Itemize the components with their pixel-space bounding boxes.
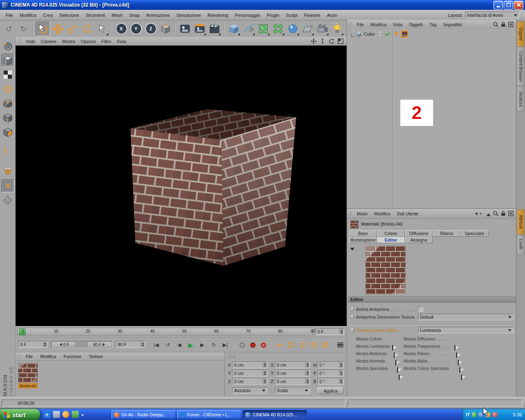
vp-menu-opzioni[interactable]: Opzioni xyxy=(78,39,99,44)
am-menu-modifica[interactable]: Modifica xyxy=(371,211,393,216)
add-array-button[interactable] xyxy=(271,22,285,36)
size-y-stepper[interactable] xyxy=(305,370,310,376)
frame-stepper[interactable] xyxy=(339,329,344,335)
panel-grip[interactable] xyxy=(349,211,352,216)
render-settings-button[interactable] xyxy=(207,22,221,36)
history-back-icon[interactable] xyxy=(473,212,477,215)
quicklaunch-overflow-chevron[interactable]: » xyxy=(81,412,84,417)
material-preview[interactable] xyxy=(365,246,406,295)
rot-p-field[interactable]: 0 ° xyxy=(317,370,344,377)
tab-diffusione[interactable]: Diffusione xyxy=(405,230,433,237)
zoom-view-icon[interactable] xyxy=(320,38,326,44)
menu-rendering[interactable]: Rendering xyxy=(204,13,232,18)
menu-animazione[interactable]: Animazione xyxy=(143,13,173,18)
keyframe-options-button[interactable] xyxy=(335,340,345,349)
vp-menu-camere[interactable]: Camere xyxy=(38,39,59,44)
quicklaunch-media-icon[interactable] xyxy=(62,411,69,418)
add-floor-button[interactable] xyxy=(300,22,315,36)
panel-grip[interactable] xyxy=(18,39,21,44)
om-menu-tag[interactable]: Tag xyxy=(426,22,440,27)
size-z-field[interactable]: 0 cm xyxy=(275,378,310,385)
menu-aiuto[interactable]: Aiuto xyxy=(324,13,340,18)
tray-icon-1[interactable] xyxy=(472,412,477,417)
keyboard-language-indicator[interactable]: IT xyxy=(466,412,470,417)
apply-button[interactable]: Applica xyxy=(317,387,344,394)
texture-size-dropdown[interactable]: Default xyxy=(418,314,514,320)
tab-livelli[interactable]: Livelli xyxy=(517,235,525,254)
material-name-label[interactable]: Bricks-04 xyxy=(18,383,38,388)
add-generator-button[interactable] xyxy=(256,22,270,36)
tab-editor[interactable]: Editor xyxy=(377,237,405,243)
vp-menu-viste[interactable]: Viste xyxy=(23,39,38,44)
pan-view-icon[interactable] xyxy=(310,38,317,44)
render-picture-viewer-button[interactable] xyxy=(192,22,207,36)
tab-assegna[interactable]: Assegna xyxy=(405,237,433,243)
tab-rilievo[interactable]: Rilievo xyxy=(433,230,461,237)
menu-crea[interactable]: Crea xyxy=(40,13,56,18)
layout-dropdown[interactable]: Interfaccia di Avvio xyxy=(465,11,519,18)
editor-visibility-dot[interactable] xyxy=(379,31,381,34)
add-environment-button[interactable] xyxy=(285,22,300,36)
om-menu-vista[interactable]: Vista xyxy=(390,22,406,27)
mostra-colore-speculare-toggle[interactable] xyxy=(461,374,462,380)
texture-tag-icon[interactable] xyxy=(401,30,408,38)
object-name-label[interactable]: Cubo xyxy=(364,32,374,37)
pos-y-field[interactable]: 0 cm xyxy=(232,370,267,377)
record-rotation-button[interactable] xyxy=(297,340,308,349)
size-z-stepper[interactable] xyxy=(305,378,310,384)
pos-x-stepper[interactable] xyxy=(262,362,267,368)
rot-b-field[interactable]: 0 ° xyxy=(317,378,344,385)
add-camera-button[interactable] xyxy=(315,22,329,36)
pos-y-stepper[interactable] xyxy=(262,370,267,376)
edges-mode-button[interactable] xyxy=(1,111,14,124)
tab-base[interactable]: Base xyxy=(349,230,377,237)
quicklaunch-app-icon[interactable] xyxy=(72,411,79,418)
om-menu-oggetti[interactable]: Oggetti xyxy=(406,22,426,27)
snap-magnet-button[interactable] xyxy=(1,165,14,178)
pos-x-field[interactable]: 0 cm xyxy=(232,361,267,368)
keyframe-selection-button[interactable] xyxy=(258,340,268,349)
add-panel-icon[interactable] xyxy=(508,211,514,216)
history-forward-icon[interactable] xyxy=(480,212,484,215)
workplane-mode-button[interactable] xyxy=(1,82,14,96)
menu-finestre[interactable]: Finestre xyxy=(301,13,324,18)
pos-z-stepper[interactable] xyxy=(262,378,267,384)
lock-x-axis-button[interactable]: X xyxy=(114,22,128,36)
range-end-handle[interactable]: 90 F xyxy=(87,341,112,348)
next-frame-button[interactable]: ▶ xyxy=(197,340,208,349)
texture-mode-button[interactable] xyxy=(1,68,14,81)
render-visibility-dot[interactable] xyxy=(379,34,381,37)
move-tool-button[interactable] xyxy=(50,22,65,36)
mostra-normale-toggle[interactable] xyxy=(397,367,398,373)
lock-y-axis-button[interactable]: Y xyxy=(129,22,143,36)
frame-range-slider[interactable]: 0 F 90 F xyxy=(51,341,112,348)
tab-speculare[interactable]: Speculare xyxy=(461,230,488,237)
play-reverse-button[interactable]: ↺ xyxy=(162,340,173,349)
position-mode-dropdown[interactable]: Assoluto xyxy=(232,387,267,394)
record-objects-button[interactable] xyxy=(237,340,247,349)
panel-grip[interactable] xyxy=(228,354,231,359)
viewport-canvas[interactable] xyxy=(16,46,347,326)
editor-section-header[interactable]: Editor xyxy=(348,297,516,303)
om-menu-modifica[interactable]: Modifica xyxy=(367,22,390,27)
quicklaunch-desktop-icon[interactable] xyxy=(53,411,60,418)
mostra-diffusione-toggle[interactable] xyxy=(454,345,455,351)
mat-menu-modifica[interactable]: Modifica xyxy=(37,354,60,359)
close-button[interactable] xyxy=(514,1,523,9)
search-icon[interactable] xyxy=(493,22,498,27)
current-frame-field[interactable]: 0 F xyxy=(315,328,344,335)
last-tool-button[interactable] xyxy=(95,22,109,36)
tab-oggetti[interactable]: Oggetti xyxy=(517,21,525,47)
record-position-button[interactable] xyxy=(274,340,285,349)
object-tree[interactable]: Cubo 2 xyxy=(347,29,516,208)
anima-anteprima-checkbox[interactable] xyxy=(418,306,423,312)
mostra-alpha-toggle[interactable] xyxy=(459,367,460,373)
vp-menu-filtro[interactable]: Filtro xyxy=(98,39,114,44)
menu-script[interactable]: Script xyxy=(283,13,301,18)
rotate-tool-button[interactable] xyxy=(80,22,94,36)
material-thumbnail[interactable] xyxy=(18,363,38,383)
size-x-stepper[interactable] xyxy=(305,362,310,368)
filter-icon[interactable] xyxy=(486,211,491,216)
taskbar-task-forum[interactable]: Forum - C4Dzone • L... xyxy=(177,410,241,419)
menu-simulazione[interactable]: Simulazione xyxy=(173,13,204,18)
